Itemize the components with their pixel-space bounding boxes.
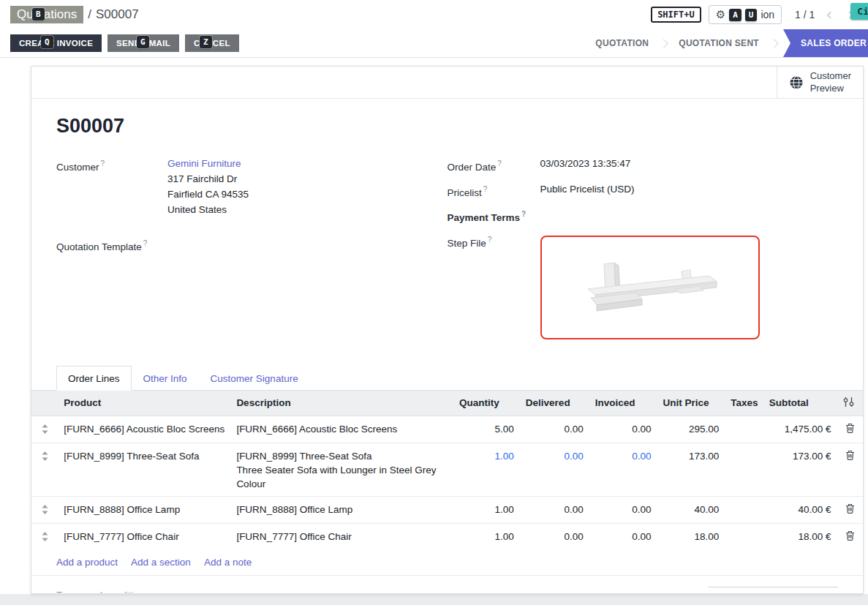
column-header-subtotal[interactable]: Subtotal	[763, 391, 837, 416]
field-step-file: Step File?	[448, 233, 839, 339]
customer-link[interactable]: Gemini Furniture	[167, 158, 241, 169]
customer-address: 317 Fairchild Dr Fairfield CA 94535 Unit…	[167, 171, 249, 217]
total-summary: Total: 1,706.00 €	[708, 587, 838, 595]
table-row[interactable]: [FURN_8888] Office Lamp [FURN_8888] Offi…	[31, 496, 863, 523]
cell-delivered[interactable]: 0.00	[520, 523, 589, 550]
cell-product[interactable]: [FURN_6666] Acoustic Bloc Screens	[58, 416, 230, 443]
cell-quantity[interactable]: 1.00	[453, 443, 520, 496]
pricelist-field-label: Pricelist?	[448, 182, 540, 200]
customer-field-label: Customer?	[56, 157, 167, 217]
keyboard-hint-cancel: Z	[200, 36, 212, 48]
column-header-delivered[interactable]: Delivered	[520, 391, 589, 416]
quotation-template-field-label: Quotation Template?	[56, 236, 167, 255]
statusbar-step-quotation[interactable]: QUOTATION	[585, 29, 659, 57]
table-header-row: Product Description Quantity Delivered I…	[31, 391, 863, 416]
cell-delivered[interactable]: 0.00	[520, 443, 589, 496]
cell-description[interactable]: [FURN_8888] Office Lamp	[230, 496, 453, 523]
help-marker: ?	[497, 159, 502, 168]
delete-line-icon[interactable]	[845, 503, 855, 517]
drag-handle-icon[interactable]	[42, 503, 48, 518]
cancel-button[interactable]: CANCEL Z	[185, 34, 239, 52]
delete-line-icon[interactable]	[845, 530, 855, 544]
cell-delivered[interactable]: 0.00	[520, 496, 589, 523]
column-header-product[interactable]: Product	[58, 391, 230, 416]
table-row[interactable]: [FURN_8999] Three-Seat Sofa [FURN_8999] …	[31, 443, 863, 496]
breadcrumb-section[interactable]: Quotations B	[10, 6, 83, 23]
optional-columns-icon[interactable]	[843, 397, 854, 409]
keyboard-hint-send-email: G	[137, 36, 149, 48]
help-marker: ?	[488, 236, 492, 244]
field-customer: Customer? Gemini Furniture 317 Fairchild…	[56, 157, 448, 217]
add-a-product-link[interactable]: Add a product	[56, 557, 118, 568]
cell-taxes[interactable]	[725, 443, 763, 496]
column-header-taxes[interactable]: Taxes	[725, 391, 763, 416]
terms-and-conditions-field[interactable]: Terms and conditions...	[56, 587, 158, 595]
cell-product[interactable]: [FURN_8999] Three-Seat Sofa	[58, 443, 230, 496]
sheet-footer: Terms and conditions... Total: 1,706.00 …	[31, 576, 863, 595]
column-header-invoiced[interactable]: Invoiced	[589, 391, 657, 416]
tab-customer-signature[interactable]: Customer Signature	[199, 366, 310, 391]
column-header-quantity[interactable]: Quantity	[453, 391, 520, 416]
cell-invoiced[interactable]: 0.00	[589, 523, 657, 550]
total-value: 1,706.00 €	[781, 594, 838, 595]
add-a-section-link[interactable]: Add a section	[131, 557, 191, 568]
drag-handle-icon[interactable]	[42, 530, 48, 545]
drag-handle-icon[interactable]	[42, 449, 48, 465]
topbar-actions: SHIFT+U ⚙ A U ion 1 / 1 ‹ ›	[651, 5, 858, 24]
step-file-image[interactable]	[540, 236, 760, 339]
cell-unit-price[interactable]: 18.00	[657, 523, 725, 550]
cell-description[interactable]: [FURN_6666] Acoustic Bloc Screens	[230, 416, 453, 443]
cell-unit-price[interactable]: 173.00	[657, 443, 725, 496]
cell-taxes[interactable]	[725, 523, 763, 550]
statusbar-chevron-icon	[769, 39, 779, 48]
cell-description[interactable]: [FURN_8999] Three-Seat Sofa Three Seater…	[230, 443, 453, 496]
field-pricelist: Pricelist? Public Pricelist (USD)	[448, 182, 839, 200]
cell-delivered[interactable]: 0.00	[520, 416, 589, 443]
statusbar-step-quotation-sent[interactable]: QUOTATION SENT	[668, 29, 769, 57]
cell-invoiced[interactable]: 0.00	[589, 496, 657, 523]
tab-order-lines[interactable]: Order Lines	[56, 366, 132, 391]
add-a-note-link[interactable]: Add a note	[204, 557, 252, 568]
control-bar: CREATE INVOICE Q SEND EMAIL G CANCEL Z Q…	[0, 29, 868, 58]
table-row[interactable]: [FURN_7777] Office Chair [FURN_7777] Off…	[31, 523, 863, 550]
column-header-unit-price[interactable]: Unit Price	[657, 391, 725, 416]
handle-column-header	[31, 391, 58, 416]
customer-preview-label: CustomerPreview	[810, 70, 851, 95]
cell-product[interactable]: [FURN_7777] Office Chair	[58, 523, 230, 550]
pricelist-field-value[interactable]: Public Pricelist (USD)	[540, 182, 635, 200]
create-invoice-button[interactable]: CREATE INVOICE Q	[10, 34, 102, 52]
order-date-field-value[interactable]: 03/03/2023 13:35:47	[540, 157, 631, 175]
statusbar-step-sales-order[interactable]: SALES ORDER	[783, 29, 868, 57]
cell-quantity[interactable]: 1.00	[453, 523, 520, 550]
pager-previous-icon[interactable]: ‹	[822, 7, 836, 22]
cell-description[interactable]: [FURN_7777] Office Chair	[230, 523, 453, 550]
cell-taxes[interactable]	[725, 496, 763, 523]
field-quotation-template[interactable]: Quotation Template?	[56, 236, 448, 255]
form-sheet: S00007 Customer? Gemini Furniture 317 Fa…	[31, 115, 863, 347]
drag-handle-icon[interactable]	[42, 422, 48, 437]
odoo-sale-order-page: { "ui": { "help_marker": "?" }, "colors"…	[0, 0, 868, 605]
cell-quantity[interactable]: 5.00	[453, 416, 520, 443]
cell-subtotal: 173.00 €	[763, 443, 837, 496]
cell-quantity[interactable]: 1.00	[453, 496, 520, 523]
tab-other-info[interactable]: Other Info	[132, 366, 199, 391]
keyboard-hint-action-a: A	[729, 9, 741, 21]
table-row[interactable]: [FURN_6666] Acoustic Bloc Screens [FURN_…	[31, 416, 863, 443]
send-email-button[interactable]: SEND EMAIL G	[107, 34, 179, 52]
customer-preview-button[interactable]: CustomerPreview	[777, 67, 863, 98]
address-line: United States	[167, 202, 249, 217]
delete-line-icon[interactable]	[845, 449, 855, 464]
pager-counter: 1 / 1	[795, 9, 815, 20]
step-file-field-label: Step File?	[448, 233, 540, 339]
delete-line-icon[interactable]	[845, 422, 855, 437]
cell-taxes[interactable]	[725, 416, 763, 443]
cell-unit-price[interactable]: 40.00	[657, 496, 725, 523]
cell-unit-price[interactable]: 295.00	[657, 416, 725, 443]
action-menu-button[interactable]: ⚙ A U ion	[709, 5, 782, 24]
customer-field-value: Gemini Furniture 317 Fairchild Dr Fairfi…	[167, 157, 249, 217]
cell-subtotal: 18.00 €	[763, 523, 837, 550]
cell-invoiced[interactable]: 0.00	[589, 443, 657, 496]
column-header-description[interactable]: Description	[230, 391, 453, 416]
cell-invoiced[interactable]: 0.00	[589, 416, 657, 443]
cell-product[interactable]: [FURN_8888] Office Lamp	[58, 496, 230, 523]
